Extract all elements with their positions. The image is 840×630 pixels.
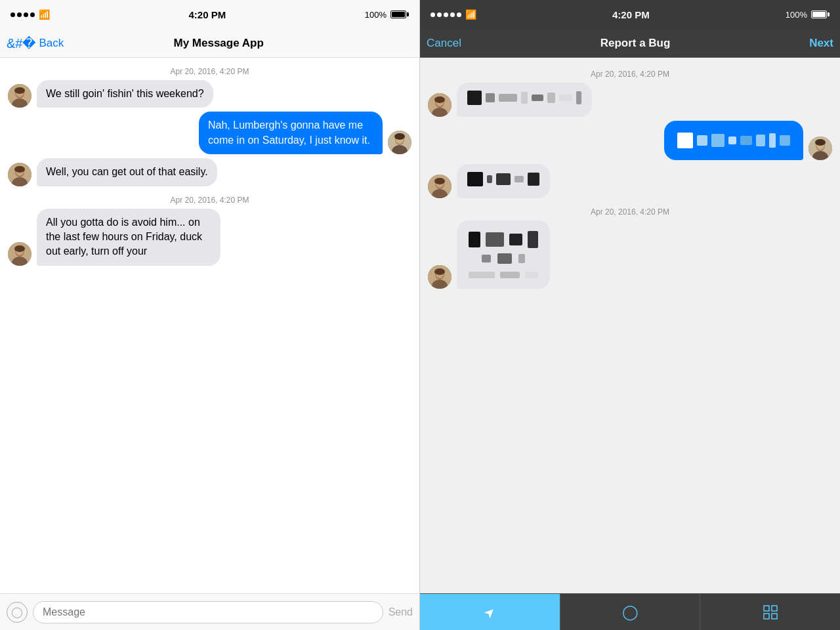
right-time: 4:20 PM xyxy=(612,9,650,20)
toolbar-btn-send[interactable]: ➤ xyxy=(420,594,560,630)
px-lg7 xyxy=(518,254,525,263)
left-battery-icon xyxy=(390,10,409,18)
right-battery-pct: 100% xyxy=(786,10,807,20)
left-status-left: 📶 xyxy=(10,9,50,20)
svg-point-24 xyxy=(434,96,445,103)
px3 xyxy=(499,94,517,102)
px8 xyxy=(576,91,581,104)
px-r23 xyxy=(496,173,511,185)
back-label: Back xyxy=(39,37,64,50)
px-s4 xyxy=(728,136,736,144)
search-icon: ◯ xyxy=(622,604,639,621)
left-nav-title: My Message App xyxy=(173,37,263,50)
avatar-male-1 xyxy=(388,131,411,154)
right-avatar-female-2 xyxy=(428,175,452,198)
px-lg9 xyxy=(500,272,520,278)
right-message-row-1 xyxy=(428,83,832,117)
px-r25 xyxy=(528,173,539,186)
px-s6 xyxy=(756,135,765,146)
left-panel: 📶 4:20 PM 100% &#� Back My Message App A… xyxy=(0,0,420,630)
right-wifi-icon: 📶 xyxy=(465,9,476,20)
battery-tip xyxy=(407,12,409,16)
px-r21 xyxy=(467,172,483,186)
px2 xyxy=(486,93,495,102)
px-s5 xyxy=(740,136,752,145)
right-toolbar: ➤ ◯ xyxy=(420,593,840,630)
right-bubble-1 xyxy=(457,83,592,117)
right-battery-fill xyxy=(812,12,826,17)
back-chevron-icon: &#� xyxy=(7,35,36,51)
grid-icon xyxy=(763,605,778,620)
battery-body xyxy=(390,10,406,18)
left-battery-pct: 100% xyxy=(365,10,387,20)
send-button[interactable]: Send xyxy=(388,606,413,618)
message-row-4: All you gotta do is avoid him... on the … xyxy=(8,209,411,266)
right-signal-strength xyxy=(430,12,461,17)
pixel-blocks-2 xyxy=(677,133,790,148)
signal-dot-1 xyxy=(10,12,15,17)
left-time: 4:20 PM xyxy=(189,9,226,20)
right-avatar-female-3 xyxy=(428,265,452,289)
svg-point-9 xyxy=(394,133,405,140)
pixel-blocks-3 xyxy=(467,172,539,186)
px-lg8 xyxy=(469,272,495,278)
left-input-bar: ◯ Send xyxy=(0,593,419,630)
px-s8 xyxy=(780,135,790,146)
px-s7 xyxy=(769,133,776,148)
signal-strength xyxy=(10,12,35,17)
px6 xyxy=(547,93,555,103)
left-status-right: 100% xyxy=(365,10,409,20)
px5 xyxy=(532,94,543,101)
px-lg10 xyxy=(525,272,538,278)
right-status-left: 📶 xyxy=(430,9,476,20)
bubble-2: Nah, Lumbergh's gonna have me come in on… xyxy=(199,112,383,154)
px-lg3 xyxy=(509,234,522,245)
toolbar-btn-search[interactable]: ◯ xyxy=(560,594,701,630)
right-signal-dot-1 xyxy=(430,12,435,17)
camera-button[interactable]: ◯ xyxy=(7,602,28,623)
avatar-female-3 xyxy=(8,242,32,266)
svg-rect-43 xyxy=(772,614,777,619)
toolbar-btn-grid[interactable] xyxy=(700,594,840,630)
message-input[interactable] xyxy=(33,601,383,623)
send-icon: ➤ xyxy=(480,602,499,621)
right-message-row-3 xyxy=(428,164,832,198)
left-nav-bar: &#� Back My Message App xyxy=(0,29,419,58)
next-button[interactable]: Next xyxy=(809,37,833,50)
svg-rect-41 xyxy=(772,606,777,611)
signal-dot-3 xyxy=(24,12,28,17)
right-battery-icon xyxy=(811,10,830,18)
right-battery-body xyxy=(811,10,827,18)
svg-rect-42 xyxy=(764,614,769,619)
right-bubble-3 xyxy=(457,164,550,198)
bubble-3: Well, you can get out of that easily. xyxy=(37,158,217,186)
pixel-blocks-1 xyxy=(467,91,581,105)
bubble-1: We still goin' fishin' this weekend? xyxy=(37,80,213,108)
svg-point-14 xyxy=(14,166,25,173)
signal-dot-4 xyxy=(30,12,35,17)
message-row-2: Nah, Lumbergh's gonna have me come in on… xyxy=(8,112,411,154)
bubble-4: All you gotta do is avoid him... on the … xyxy=(37,209,220,266)
wifi-icon: 📶 xyxy=(39,9,50,20)
left-status-bar: 📶 4:20 PM 100% xyxy=(0,0,419,29)
px-lg2 xyxy=(486,232,504,247)
right-timestamp-2: Apr 20, 2016, 4:20 PM xyxy=(428,207,832,217)
message-row-3: Well, you can get out of that easily. xyxy=(8,158,411,186)
back-button[interactable]: &#� Back xyxy=(7,35,64,51)
svg-rect-40 xyxy=(764,606,769,611)
svg-point-34 xyxy=(434,178,445,184)
camera-icon: ◯ xyxy=(11,606,23,618)
right-signal-dot-3 xyxy=(444,12,448,17)
px-lg5 xyxy=(482,255,491,262)
px1 xyxy=(467,91,482,105)
right-status-right: 100% xyxy=(786,10,830,20)
timestamp-2: Apr 20, 2016, 4:20 PM xyxy=(8,196,411,205)
svg-point-39 xyxy=(434,268,445,275)
px-r22 xyxy=(487,175,492,183)
svg-point-19 xyxy=(14,245,25,252)
px-s3 xyxy=(711,134,724,147)
right-nav-title: Report a Bug xyxy=(600,37,671,50)
right-avatar-male-1 xyxy=(808,136,832,160)
left-messages-area: Apr 20, 2016, 4:20 PM We still goin' fis… xyxy=(0,58,419,593)
cancel-button[interactable]: Cancel xyxy=(427,37,461,50)
